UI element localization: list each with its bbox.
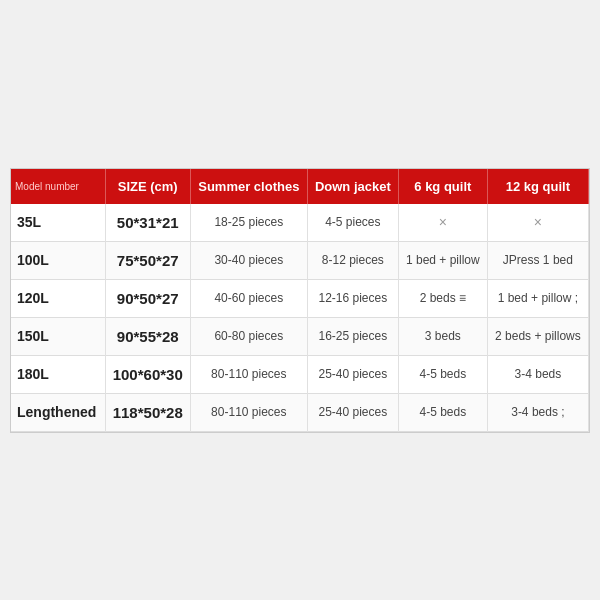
cell-model: Lengthened — [11, 393, 105, 431]
table-row: 180L100*60*3080-110 pieces25-40 pieces4-… — [11, 355, 589, 393]
col-size: SIZE (cm) — [105, 169, 190, 204]
table-header-row: Model number SIZE (cm) Summer clothes Do… — [11, 169, 589, 204]
cell-twelve_kg: 3-4 beds ; — [487, 393, 588, 431]
table-container: Model number SIZE (cm) Summer clothes Do… — [10, 168, 590, 433]
cell-summer: 40-60 pieces — [190, 279, 307, 317]
table-row: 100L75*50*2730-40 pieces8-12 pieces1 bed… — [11, 241, 589, 279]
cell-six_kg: 4-5 beds — [398, 355, 487, 393]
col-summer: Summer clothes — [190, 169, 307, 204]
cell-six_kg: 1 bed + pillow — [398, 241, 487, 279]
cell-summer: 80-110 pieces — [190, 393, 307, 431]
cell-summer: 18-25 pieces — [190, 204, 307, 242]
table-row: 120L90*50*2740-60 pieces12-16 pieces2 be… — [11, 279, 589, 317]
cell-size: 75*50*27 — [105, 241, 190, 279]
cell-twelve_kg: JPress 1 bed — [487, 241, 588, 279]
col-6kg: 6 kg quilt — [398, 169, 487, 204]
size-table: Model number SIZE (cm) Summer clothes Do… — [11, 169, 589, 432]
cell-six_kg: 4-5 beds — [398, 393, 487, 431]
cell-twelve_kg: × — [487, 204, 588, 242]
cell-model: 35L — [11, 204, 105, 242]
cell-down: 12-16 pieces — [307, 279, 398, 317]
col-down: Down jacket — [307, 169, 398, 204]
cell-six_kg: 3 beds — [398, 317, 487, 355]
cell-down: 25-40 pieces — [307, 355, 398, 393]
table-row: Lengthened118*50*2880-110 pieces25-40 pi… — [11, 393, 589, 431]
cell-size: 50*31*21 — [105, 204, 190, 242]
cell-twelve_kg: 3-4 beds — [487, 355, 588, 393]
cell-model: 100L — [11, 241, 105, 279]
cell-summer: 30-40 pieces — [190, 241, 307, 279]
cell-down: 16-25 pieces — [307, 317, 398, 355]
cell-six_kg: × — [398, 204, 487, 242]
table-row: 150L90*55*2860-80 pieces16-25 pieces3 be… — [11, 317, 589, 355]
cell-size: 90*50*27 — [105, 279, 190, 317]
cell-down: 25-40 pieces — [307, 393, 398, 431]
cell-size: 90*55*28 — [105, 317, 190, 355]
cell-down: 8-12 pieces — [307, 241, 398, 279]
cell-model: 150L — [11, 317, 105, 355]
cell-size: 100*60*30 — [105, 355, 190, 393]
cell-model: 180L — [11, 355, 105, 393]
col-model: Model number — [11, 169, 105, 204]
cell-summer: 80-110 pieces — [190, 355, 307, 393]
cell-summer: 60-80 pieces — [190, 317, 307, 355]
cell-twelve_kg: 2 beds + pillows — [487, 317, 588, 355]
cell-twelve_kg: 1 bed + pillow ; — [487, 279, 588, 317]
cell-model: 120L — [11, 279, 105, 317]
col-12kg: 12 kg quilt — [487, 169, 588, 204]
table-row: 35L50*31*2118-25 pieces4-5 pieces×× — [11, 204, 589, 242]
cell-down: 4-5 pieces — [307, 204, 398, 242]
cell-size: 118*50*28 — [105, 393, 190, 431]
cell-six_kg: 2 beds ≡ — [398, 279, 487, 317]
